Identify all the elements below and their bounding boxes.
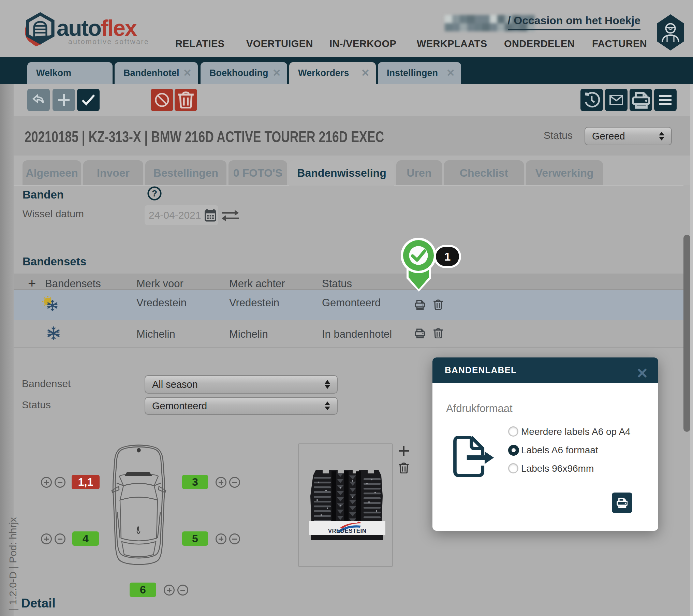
svg-text:?: ? (152, 188, 157, 199)
svg-text:autoflex: autoflex (57, 15, 137, 41)
svg-text:automotive software: automotive software (68, 38, 149, 45)
svg-text:VREDESTEIN: VREDESTEIN (328, 528, 367, 534)
